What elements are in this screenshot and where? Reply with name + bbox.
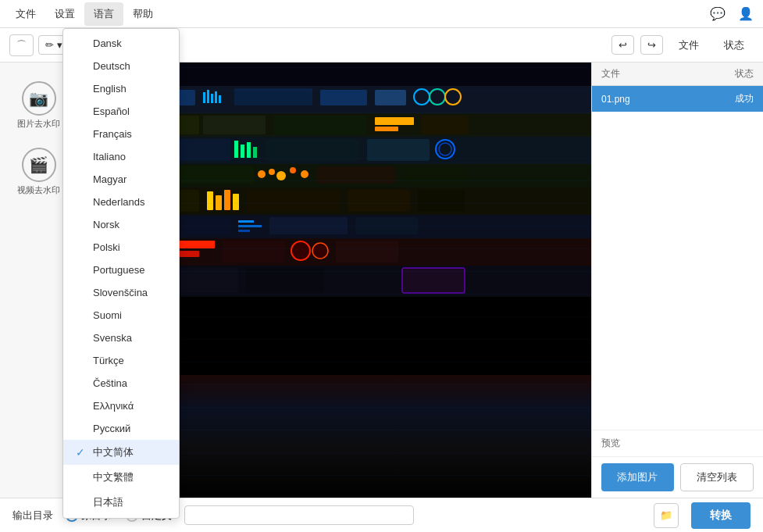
video-watermark-icon: 🎬 bbox=[22, 148, 56, 182]
lang-label: Slovenščina bbox=[93, 287, 148, 298]
user-icon[interactable]: 👤 bbox=[735, 3, 757, 25]
image-watermark-label: 图片去水印 bbox=[17, 119, 60, 129]
lang-label: Español bbox=[93, 105, 130, 117]
undo-btn[interactable]: ↩ bbox=[611, 35, 634, 55]
image-watermark-icon: 📷 bbox=[22, 81, 56, 116]
file-status: 成功 bbox=[735, 92, 754, 105]
preview-label: 预览 bbox=[592, 430, 763, 456]
folder-icon: 📁 bbox=[660, 509, 672, 521]
add-image-button[interactable]: 添加图片 bbox=[601, 463, 674, 491]
toolbar-left: ⌒ ✏ ▾ bbox=[9, 34, 70, 56]
lang-item-ελληνικά[interactable]: Ελληνικά bbox=[63, 395, 179, 417]
convert-button[interactable]: 转换 bbox=[691, 502, 751, 529]
output-dir-label: 输出目录 bbox=[12, 509, 53, 523]
lang-label: Polski bbox=[93, 241, 120, 253]
pen-dropdown-icon: ▾ bbox=[57, 39, 62, 51]
lang-label: Deutsch bbox=[93, 60, 130, 72]
lang-label: Italiano bbox=[93, 151, 126, 162]
lang-item-norsk[interactable]: Norsk bbox=[63, 213, 179, 236]
lang-item-polski[interactable]: Polski bbox=[63, 236, 179, 259]
lang-item-中文繁體[interactable]: 中文繁體 bbox=[63, 465, 179, 490]
lang-item-türkçe[interactable]: Türkçe bbox=[63, 349, 179, 372]
lang-item-magyar[interactable]: Magyar bbox=[63, 168, 179, 191]
pen-icon: ✏ bbox=[45, 39, 54, 51]
status-view-btn[interactable]: 状态 bbox=[715, 35, 754, 55]
lang-item-nederlands[interactable]: Nederlands bbox=[63, 191, 179, 213]
lang-label: Čeština bbox=[93, 377, 127, 389]
lang-item-portuguese[interactable]: Portuguese bbox=[63, 259, 179, 281]
lang-item-中文简体[interactable]: ✓中文简体 bbox=[63, 440, 179, 465]
lang-item-english[interactable]: English bbox=[63, 77, 179, 100]
preview-area bbox=[592, 112, 763, 430]
lang-item-slovenščina[interactable]: Slovenščina bbox=[63, 281, 179, 304]
undo-icon: ↩ bbox=[619, 39, 627, 51]
check-mark-icon: ✓ bbox=[76, 446, 87, 459]
lang-label: Svenska bbox=[93, 332, 132, 344]
menu-settings[interactable]: 设置 bbox=[45, 2, 84, 26]
lang-item-dansk[interactable]: Dansk bbox=[63, 32, 179, 55]
lang-label: Suomi bbox=[93, 309, 122, 321]
path-tool-btn[interactable]: ⌒ bbox=[9, 34, 34, 56]
toolbar-right: ↩ ↪ 文件 状态 bbox=[611, 35, 754, 55]
lang-label: Français bbox=[93, 128, 132, 140]
folder-button[interactable]: 📁 bbox=[654, 503, 679, 528]
lang-label: Norsk bbox=[93, 219, 119, 230]
lang-label: Русский bbox=[93, 423, 130, 434]
clear-list-button[interactable]: 清空列表 bbox=[680, 463, 754, 491]
lang-item-čeština[interactable]: Čeština bbox=[63, 372, 179, 395]
menu-bar-right: 💬 👤 bbox=[707, 3, 757, 25]
lang-item-suomi[interactable]: Suomi bbox=[63, 304, 179, 327]
path-icon: ⌒ bbox=[16, 38, 27, 52]
lang-label: Dansk bbox=[93, 37, 122, 49]
menu-file[interactable]: 文件 bbox=[6, 2, 45, 26]
custom-dir-input[interactable] bbox=[184, 505, 414, 525]
sidebar-item-video-watermark[interactable]: 🎬 视频去水印 bbox=[6, 141, 72, 202]
lang-label: Türkçe bbox=[93, 355, 124, 366]
menu-help[interactable]: 帮助 bbox=[123, 2, 162, 26]
lang-label: Portuguese bbox=[93, 264, 145, 276]
redo-btn[interactable]: ↪ bbox=[640, 35, 663, 55]
menu-bar: 文件 设置 语言 帮助 💬 👤 DanskDeutschEnglishEspañ… bbox=[0, 0, 763, 28]
video-watermark-label: 视频去水印 bbox=[17, 185, 60, 195]
file-view-btn[interactable]: 文件 bbox=[669, 35, 708, 55]
file-name: 01.png bbox=[601, 94, 735, 105]
lang-label: 中文繁體 bbox=[93, 470, 134, 484]
lang-label: Ελληνικά bbox=[93, 400, 134, 412]
lang-label: Magyar bbox=[93, 173, 127, 185]
file-col-header: 文件 bbox=[601, 67, 620, 80]
right-panel-buttons: 添加图片 清空列表 bbox=[592, 456, 763, 498]
status-col-header: 状态 bbox=[735, 67, 754, 80]
lang-item-français[interactable]: Français bbox=[63, 123, 179, 145]
file-list-header: 文件 状态 bbox=[592, 62, 763, 86]
redo-icon: ↪ bbox=[647, 39, 656, 51]
lang-label: 日本語 bbox=[93, 495, 123, 509]
lang-label: 中文简体 bbox=[93, 445, 134, 459]
chat-icon[interactable]: 💬 bbox=[707, 3, 729, 25]
lang-label: Nederlands bbox=[93, 196, 145, 208]
lang-item-español[interactable]: Español bbox=[63, 100, 179, 123]
lang-item-deutsch[interactable]: Deutsch bbox=[63, 55, 179, 77]
language-dropdown: DanskDeutschEnglishEspañolFrançaisItalia… bbox=[62, 28, 180, 519]
right-panel: 文件 状态 01.png 成功 预览 添加图片 清空列表 bbox=[591, 62, 763, 498]
lang-item-日本語[interactable]: 日本語 bbox=[63, 490, 179, 515]
file-item[interactable]: 01.png 成功 bbox=[592, 86, 763, 112]
menu-language[interactable]: 语言 bbox=[84, 2, 123, 26]
lang-label: English bbox=[93, 83, 127, 95]
lang-item-italiano[interactable]: Italiano bbox=[63, 145, 179, 168]
sidebar-item-image-watermark[interactable]: 📷 图片去水印 bbox=[6, 75, 72, 135]
lang-item-svenska[interactable]: Svenska bbox=[63, 327, 179, 349]
lang-item-русский[interactable]: Русский bbox=[63, 417, 179, 440]
